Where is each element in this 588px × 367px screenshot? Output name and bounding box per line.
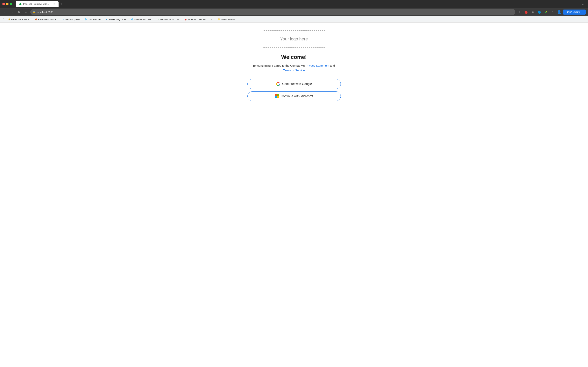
agreement-text: By continuing, I agree to the Company's … (253, 63, 335, 73)
bookmark-favicon-1: 💰 (8, 18, 10, 21)
tab-favicon: 🌲 (19, 2, 22, 5)
bookmark-favicon-4: 🌐 (84, 18, 87, 21)
toolbar-right-icons: ☆ ⬤ G ⬤ 🧩 ⋮ 👤 Finish update ⋮ (517, 9, 586, 15)
finish-update-button[interactable]: Finish update ⋮ (563, 9, 586, 15)
ms-icon-yellow (277, 96, 279, 98)
bookmark-favicon-7: ✔ (157, 18, 160, 21)
window-minimize-button[interactable] (6, 3, 9, 5)
bookmark-item-2[interactable]: 🏀 Pure Sweat Basket... (33, 18, 60, 21)
new-tab-button[interactable]: + (59, 1, 64, 7)
bookmark-favicon-6: 🌐 (131, 18, 134, 21)
bookmark-item-7[interactable]: ✔ GRAMS Work - Go... (155, 18, 182, 21)
terms-of-service-link[interactable]: Terms of Service (283, 69, 305, 72)
finish-update-label: Finish update (566, 11, 580, 13)
more-options-icon[interactable]: ⋮ (550, 9, 555, 15)
bookmark-label-5: Freelancing | Trello (109, 18, 127, 21)
extension-icon-2[interactable]: G (530, 9, 536, 15)
tab-bar: 🌲 Pinecone - Vercel AI SDK Exa... × + (16, 1, 578, 7)
window-maximize-button[interactable] (10, 3, 12, 5)
browser-titlebar: 🌲 Pinecone - Vercel AI SDK Exa... × + ⌄ (0, 0, 588, 8)
bookmarks-star-icon: ☆ (2, 18, 5, 21)
forward-button[interactable]: → (9, 9, 15, 15)
welcome-title: Welcome! (281, 54, 307, 60)
bookmark-label-8: Stream Cricket Vid... (188, 18, 207, 21)
lock-icon: 🔒 (33, 11, 35, 13)
all-bookmarks-label: All Bookmarks (221, 18, 235, 21)
auth-buttons: Continue with Google Continue with Micro… (247, 79, 341, 101)
active-tab[interactable]: 🌲 Pinecone - Vercel AI SDK Exa... × (16, 1, 59, 7)
folder-icon: 📁 (218, 18, 221, 21)
star-bookmark-icon[interactable]: ☆ (517, 9, 522, 15)
agreement-text-middle: and (330, 64, 335, 67)
extension-icon-4[interactable]: 🧩 (543, 9, 549, 15)
window-close-button[interactable] (2, 3, 5, 5)
bookmark-label-2: Pure Sweat Basket... (38, 18, 58, 21)
agreement-text-before: By continuing, I agree to the Company's (253, 64, 305, 67)
continue-with-google-button[interactable]: Continue with Google (247, 79, 341, 89)
bookmarks-bar: ☆ 💰 Free Income Tax e... 🏀 Pure Sweat Ba… (0, 16, 588, 23)
back-button[interactable]: ← (2, 9, 8, 15)
extension-icon-3[interactable]: ⬤ (537, 9, 542, 15)
bookmark-label-1: Free Income Tax e... (11, 18, 31, 21)
bookmarks-divider (215, 18, 215, 21)
bookmarks-more-button[interactable]: » (210, 18, 213, 21)
tab-close-button[interactable]: × (53, 2, 55, 5)
extension-icon-1[interactable]: ⬤ (523, 9, 529, 15)
microsoft-icon (275, 94, 279, 98)
bookmark-favicon-2: 🏀 (35, 18, 37, 21)
finish-update-more-icon: ⋮ (581, 11, 583, 13)
ms-icon-green (277, 94, 279, 96)
bookmark-item-5[interactable]: ✔ Freelancing | Trello (104, 18, 128, 21)
bookmark-favicon-3: ✔ (62, 18, 65, 21)
address-input[interactable] (37, 11, 513, 14)
bookmark-item-1[interactable]: 💰 Free Income Tax e... (6, 18, 32, 21)
ms-icon-red (275, 94, 277, 96)
continue-google-label: Continue with Google (282, 82, 312, 86)
bookmark-favicon-5: ✔ (105, 18, 108, 21)
browser-chrome: 🌲 Pinecone - Vercel AI SDK Exa... × + ⌄ … (0, 0, 588, 23)
address-bar-container[interactable]: 🔒 (30, 9, 515, 15)
bookmark-label-3: GRAMS | Trello (66, 18, 80, 21)
continue-with-microsoft-button[interactable]: Continue with Microsoft (247, 91, 341, 101)
bookmark-label-7: GRAMS Work - Go... (161, 18, 180, 21)
bookmark-item-3[interactable]: ✔ GRAMS | Trello (60, 18, 82, 21)
tab-title: Pinecone - Vercel AI SDK Exa... (23, 3, 51, 5)
bookmark-favicon-8: ⬤ (184, 18, 187, 21)
reload-button[interactable]: ↻ (16, 9, 22, 15)
bookmark-item-8[interactable]: ⬤ Stream Cricket Vid... (183, 18, 209, 21)
window-controls (2, 3, 12, 5)
all-bookmarks-button[interactable]: 📁 All Bookmarks (217, 18, 236, 21)
ms-icon-blue (275, 96, 277, 98)
privacy-statement-link[interactable]: Privacy Statement (306, 64, 329, 67)
browser-toolbar: ← → ↻ ⌂ 🔒 ☆ ⬤ G ⬤ 🧩 ⋮ 👤 Finish update ⋮ (0, 8, 588, 16)
home-button[interactable]: ⌂ (23, 9, 29, 15)
chevron-down-icon[interactable]: ⌄ (580, 1, 586, 7)
profile-icon[interactable]: 👤 (556, 9, 562, 15)
page-content: Your logo here Welcome! By continuing, I… (0, 23, 588, 367)
bookmark-item-6[interactable]: 🌐 User details - Self... (129, 18, 155, 21)
bookmark-label-4: USTravelDocs (88, 18, 102, 21)
logo-placeholder-text: Your logo here (280, 37, 308, 42)
continue-microsoft-label: Continue with Microsoft (281, 94, 313, 98)
titlebar-right: ⌄ (580, 1, 586, 7)
google-g-icon (276, 82, 280, 86)
bookmark-label-6: User details - Self... (134, 18, 153, 21)
logo-placeholder: Your logo here (263, 30, 325, 48)
bookmark-item-4[interactable]: 🌐 USTravelDocs (83, 18, 103, 21)
